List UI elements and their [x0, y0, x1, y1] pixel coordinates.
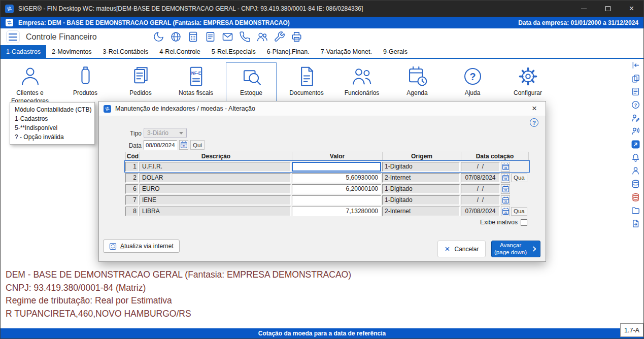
globe-icon[interactable]	[170, 31, 182, 43]
right-icon-rail: ?	[628, 60, 642, 228]
cancelar-button[interactable]: Cancelar	[437, 241, 486, 257]
chevron-right-icon	[531, 246, 537, 252]
calendar-icon[interactable]: 31	[501, 207, 510, 216]
svg-text:31: 31	[504, 188, 507, 191]
users-icon[interactable]	[256, 31, 268, 43]
shortcut-label: Produtos	[73, 89, 97, 97]
menu-item-indisponivel[interactable]: 5-**Indisponível	[10, 123, 94, 132]
tab-5-rel-especiais[interactable]: 5-Rel.Especiais	[206, 45, 261, 58]
valor-input[interactable]: 5,60930000	[292, 173, 381, 183]
tab-1-cadastros[interactable]: 1-Cadastros	[1, 45, 46, 58]
tab-3-rel-contabeis[interactable]: 3-Rel.Contábeis	[97, 45, 154, 58]
valor-input[interactable]: 7,13280000	[292, 207, 381, 216]
indexers-dialog: Manutenção de indexadores / moedas - Alt…	[98, 101, 546, 262]
stacked-docs-icon	[129, 65, 152, 88]
calendar-icon[interactable]: 31	[179, 140, 188, 150]
menu-hamburger-icon[interactable]	[6, 30, 20, 43]
menu-item-opcao-invalida[interactable]: ? - Opção inválida	[10, 132, 94, 142]
tab-7-variacao-monet[interactable]: 7-Variação Monet.	[315, 45, 378, 58]
document-export-icon[interactable]	[631, 219, 640, 228]
tab-6-planej-finan[interactable]: 6-Planej.Finan.	[261, 45, 315, 58]
exibe-inativos-checkbox[interactable]	[521, 219, 527, 226]
status-bar: Cotação da moeda para a data de referênc…	[1, 328, 643, 338]
close-button[interactable]: ×	[620, 1, 643, 17]
maximize-button[interactable]	[596, 1, 620, 17]
database-icon[interactable]	[631, 179, 640, 189]
coins-icon[interactable]	[631, 192, 640, 202]
menu-item-cadastros[interactable]: 1-Cadastros	[10, 114, 94, 123]
dialog-logo-icon	[104, 105, 111, 113]
cell-cod: 8	[125, 207, 139, 216]
tools-icon[interactable]	[274, 31, 285, 43]
table-row[interactable]: 2 DOLAR 5,60930000 2-Internet 07/08/2024…	[125, 173, 529, 183]
menu-item-modulo-contabilidade[interactable]: Módulo Contabilidade (CTB)	[10, 105, 94, 114]
status-message: Cotação da moeda para a data de referênc…	[258, 330, 386, 337]
shortcut-bar: Clientes e Fornecedores Produtos Pedidos…	[1, 59, 643, 108]
shortcut-label: Estoque	[240, 89, 262, 97]
toolbar-icons	[153, 31, 302, 43]
table-row[interactable]: 1 U.F.I.R. 1-Digitado / / 31	[125, 161, 529, 172]
quick-access-icon[interactable]	[631, 140, 640, 149]
valor-input[interactable]	[292, 195, 381, 205]
tab-4-rel-controle[interactable]: 4-Rel.Controle	[154, 45, 206, 58]
valor-input[interactable]	[292, 162, 381, 172]
calendar-icon[interactable]: 31	[501, 195, 510, 205]
company-logo-icon	[6, 19, 13, 26]
user-voice-icon[interactable]	[631, 126, 640, 136]
cell-descricao: U.F.I.R.	[140, 162, 291, 172]
help-icon[interactable]: ?	[631, 100, 640, 110]
user-edit-icon[interactable]	[631, 113, 640, 123]
company-info-line: DEM - BASE DE DEMONSTRACAO GERAL (Fantas…	[6, 268, 351, 282]
date-input[interactable]	[144, 140, 177, 150]
svg-text:?: ?	[469, 71, 476, 82]
battery-icon	[74, 65, 97, 88]
indexers-table-header: Cód Descrição Valor Origem Data cotação	[125, 152, 529, 160]
avancar-button[interactable]: Avançar (page down)	[491, 241, 540, 257]
header-valor: Valor	[292, 152, 383, 160]
report-icon[interactable]	[631, 87, 640, 96]
tipo-select[interactable]: 3-Diário	[144, 128, 187, 138]
moon-icon[interactable]	[153, 31, 164, 43]
cell-descricao: DOLAR	[140, 173, 291, 183]
cell-data-cotacao: 07/08/2024	[461, 173, 500, 183]
minimize-button[interactable]	[572, 1, 596, 17]
notes-icon[interactable]	[205, 31, 216, 43]
phone-icon[interactable]	[239, 31, 251, 43]
valor-input[interactable]: 6,20000100	[292, 184, 381, 194]
exibe-inativos-label: Exibe inativos	[480, 219, 518, 226]
calendar-icon[interactable]: 31	[501, 184, 510, 194]
shortcut-clientes-fornecedores[interactable]: Clientes e Fornecedores	[5, 62, 55, 108]
user-icon[interactable]	[631, 166, 640, 176]
tab-9-gerais[interactable]: 9-Gerais	[378, 45, 413, 58]
tab-2-movimentos[interactable]: 2-Movimentos	[46, 45, 97, 58]
table-row[interactable]: 6 EURO 6,20000100 1-Digitado / / 31	[125, 184, 529, 194]
collapse-panel-icon[interactable]	[631, 60, 640, 70]
dialog-close-icon[interactable]: ×	[528, 104, 541, 114]
mail-icon[interactable]	[222, 31, 233, 43]
shortcut-label: Ajuda	[465, 89, 481, 97]
company-info-block: DEM - BASE DE DEMONSTRACAO GERAL (Fantas…	[6, 268, 351, 320]
cell-data-cotacao: 07/08/2024	[461, 207, 500, 216]
dialog-help-icon[interactable]: ?	[530, 118, 538, 127]
calculator-icon[interactable]	[187, 31, 199, 43]
atualiza-internet-button[interactable]: Atualiza via internet	[103, 240, 180, 253]
table-row[interactable]: 8 LIBRA 7,13280000 2-Internet 07/08/2024…	[125, 206, 529, 216]
calendar-icon[interactable]: 31	[501, 162, 510, 172]
exibe-inativos-row: Exibe inativos	[480, 219, 527, 226]
cell-cod: 1	[125, 162, 139, 172]
shortcut-label: Configurar	[514, 89, 542, 97]
folder-icon[interactable]	[631, 206, 640, 215]
svg-text:31: 31	[504, 211, 507, 214]
cancelar-label: Cancelar	[454, 246, 479, 253]
company-bar: Empresa: DEM - BASE DE DEMONSTRACAO GERA…	[1, 17, 643, 28]
calendar-icon[interactable]: 31	[501, 173, 510, 183]
cell-data-cotacao: / /	[461, 195, 500, 205]
printer-icon[interactable]	[291, 31, 302, 43]
table-row[interactable]: 7 IENE 1-Digitado / / 31	[125, 195, 529, 205]
copy-pages-icon[interactable]	[631, 74, 640, 83]
tipo-value: 3-Diário	[147, 129, 168, 137]
svg-text:31: 31	[504, 166, 507, 169]
company-date-range: Data da empresa: 01/01/2000 a 31/12/2024	[518, 19, 638, 26]
bell-icon[interactable]	[631, 153, 640, 162]
window-title: SIGER® - FIN Desktop WC: mateus[DEM-BASE…	[18, 5, 363, 12]
